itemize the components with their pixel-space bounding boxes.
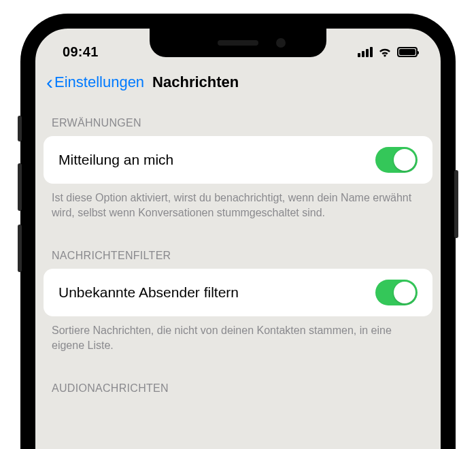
filter-unknown-toggle[interactable]: [375, 280, 418, 305]
status-time: 09:41: [54, 44, 99, 60]
back-label: Einstellungen: [54, 73, 144, 91]
navigation-bar: ‹ Einstellungen Nachrichten: [35, 64, 441, 105]
front-camera: [276, 38, 286, 48]
speaker: [218, 40, 258, 46]
toggle-knob: [394, 282, 415, 303]
notify-me-toggle[interactable]: [375, 147, 418, 173]
volume-down-button: [18, 224, 22, 272]
audio-section-header: AUDIONACHRICHTEN: [35, 370, 441, 401]
power-button: [454, 170, 458, 238]
volume-up-button: [18, 163, 22, 211]
chevron-left-icon: ‹: [46, 72, 53, 93]
back-button[interactable]: ‹ Einstellungen: [46, 72, 144, 93]
page-title: Nachrichten: [152, 73, 239, 91]
silent-switch: [18, 116, 22, 142]
notify-me-label: Mitteilung an mich: [58, 152, 173, 168]
settings-content: ERWÄHNUNGEN Mitteilung an mich Ist diese…: [35, 105, 441, 401]
notify-me-row[interactable]: Mitteilung an mich: [44, 136, 432, 184]
mentions-section-footer: Ist diese Option aktiviert, wirst du ben…: [35, 184, 441, 237]
screen: 09:41 ‹ Einstellungen Nachrichten: [26, 19, 450, 449]
filter-section-footer: Sortiere Nachrichten, die nicht von dein…: [35, 316, 441, 370]
filter-unknown-row[interactable]: Unbekannte Absender filtern: [44, 269, 432, 316]
phone-frame: 09:41 ‹ Einstellungen Nachrichten: [20, 14, 456, 449]
filter-section-header: NACHRICHTENFILTER: [35, 237, 441, 269]
mentions-section-header: ERWÄHNUNGEN: [35, 105, 441, 136]
notch: [150, 29, 326, 57]
cellular-signal-icon: [358, 47, 373, 57]
battery-icon: [397, 47, 418, 57]
filter-unknown-label: Unbekannte Absender filtern: [58, 284, 239, 301]
wifi-icon: [377, 46, 392, 57]
toggle-knob: [394, 149, 415, 171]
